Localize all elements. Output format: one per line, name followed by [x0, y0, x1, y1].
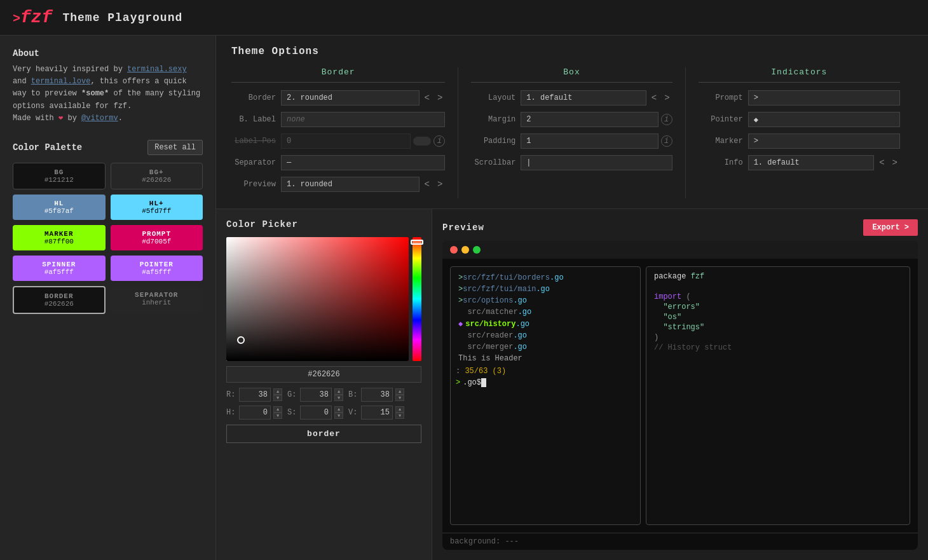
pointer-control — [748, 112, 900, 127]
border-next-btn[interactable]: > — [435, 92, 445, 104]
labelpos-input[interactable] — [281, 133, 411, 149]
export-button[interactable]: Export > — [863, 219, 918, 236]
swatch-marker-value: #87ff00 — [19, 238, 99, 245]
b-up-btn[interactable]: ▲ — [395, 388, 404, 395]
swatch-marker[interactable]: MARKER #87ff00 — [13, 225, 106, 250]
h-input[interactable] — [239, 406, 271, 420]
v-up-btn[interactable]: ▲ — [395, 406, 404, 413]
g-spinner: ▲ ▼ — [334, 388, 343, 401]
color-picker-panel: Color Picker #262626 — [216, 209, 432, 560]
swatch-bg-plus-label: BG+ — [118, 168, 196, 176]
hue-indicator — [411, 240, 423, 245]
fzf-prompt: > .go$ — [456, 378, 635, 387]
swatch-border[interactable]: BORDER #262626 — [13, 286, 106, 314]
blabel-control — [281, 112, 445, 127]
option-labelpos: Label Pos i — [231, 133, 445, 149]
layout-next-btn[interactable]: > — [662, 92, 672, 104]
labelpos-info-icon[interactable]: i — [433, 135, 445, 147]
separator-input[interactable] — [281, 155, 445, 170]
app-title: Theme Playground — [62, 11, 182, 24]
hue-bar[interactable] — [413, 237, 421, 361]
swatch-spinner[interactable]: SPINNER #af5fff — [13, 256, 106, 281]
terminal-window: >src/fzf/tui/borders.go >src/fzf/tui/mai… — [442, 241, 918, 550]
preview-input[interactable] — [281, 177, 420, 192]
v-down-btn[interactable]: ▼ — [395, 413, 404, 419]
preview-control: < > — [281, 177, 445, 192]
h-down-btn[interactable]: ▼ — [273, 413, 282, 419]
r-input[interactable] — [239, 388, 271, 402]
preview-prev-btn[interactable]: < — [422, 178, 432, 191]
b-spinner: ▲ ▼ — [395, 388, 404, 401]
margin-input[interactable] — [521, 112, 658, 127]
option-border: Border < > — [231, 90, 445, 106]
picker-target-label: border — [226, 425, 421, 443]
reset-all-button[interactable]: Reset all — [147, 140, 203, 155]
option-blabel: B. Label — [231, 112, 445, 127]
r-down-btn[interactable]: ▼ — [273, 395, 282, 401]
swatch-pointer[interactable]: POINTER #af5fff — [111, 256, 203, 281]
gradient-box[interactable] — [226, 237, 409, 361]
hex-input[interactable]: #262626 — [226, 366, 421, 383]
info-label: Info — [699, 158, 743, 167]
margin-info-icon[interactable]: i — [661, 114, 672, 125]
picker-title: Color Picker — [226, 219, 421, 229]
hsv-row: H: ▲ ▼ S: ▲ ▼ — [226, 406, 421, 420]
option-layout: Layout < > — [471, 90, 672, 106]
border-input[interactable] — [281, 90, 420, 106]
swatch-prompt-label: PROMPT — [117, 230, 197, 238]
info-prev-btn[interactable]: < — [877, 156, 887, 169]
swatch-bg[interactable]: BG #121212 — [13, 163, 106, 189]
layout-prev-btn[interactable]: < — [649, 92, 659, 104]
fzf-list: >src/fzf/tui/borders.go >src/fzf/tui/mai… — [450, 266, 641, 525]
preview-next-btn[interactable]: > — [435, 178, 445, 191]
border-prev-btn[interactable]: < — [422, 92, 432, 104]
layout-input[interactable] — [521, 90, 646, 106]
code-line: "os" — [654, 313, 902, 322]
prompt-input[interactable] — [748, 90, 900, 106]
s-spinner: ▲ ▼ — [334, 406, 343, 419]
s-up-btn[interactable]: ▲ — [334, 406, 343, 413]
h-label: H: — [226, 408, 236, 417]
code-line: package fzf — [654, 272, 902, 281]
terminal-sexy-link[interactable]: terminal.sexy — [127, 65, 187, 74]
code-line: "errors" — [654, 303, 902, 311]
s-input[interactable] — [300, 406, 332, 420]
b-input[interactable] — [361, 388, 393, 402]
info-input[interactable] — [748, 155, 875, 170]
labelpos-control: i — [281, 133, 445, 149]
pointer-input[interactable] — [748, 112, 900, 127]
g-up-btn[interactable]: ▲ — [334, 388, 343, 395]
g-label: G: — [287, 390, 297, 399]
padding-info-icon[interactable]: i — [661, 135, 672, 147]
swatch-hl-label: HL — [19, 200, 99, 207]
h-channel: H: ▲ ▼ — [226, 406, 282, 420]
col-indicators-header: Indicators — [699, 67, 900, 83]
swatch-prompt[interactable]: PROMPT #d7005f — [111, 225, 203, 250]
labelpos-toggle — [413, 137, 431, 146]
b-down-btn[interactable]: ▼ — [395, 395, 404, 401]
scrollbar-input[interactable] — [521, 155, 672, 170]
padding-input[interactable] — [521, 133, 658, 149]
g-input[interactable] — [300, 388, 332, 402]
s-down-btn[interactable]: ▼ — [334, 413, 343, 419]
terminal-footer: background: --- — [442, 533, 918, 550]
v-input[interactable] — [361, 406, 393, 420]
options-col-indicators: Indicators Prompt Pointer — [686, 67, 913, 198]
swatch-hl-plus[interactable]: HL+ #5fd7ff — [111, 195, 203, 220]
marker-input[interactable] — [748, 133, 900, 149]
swatch-separator[interactable]: SEPARATOR inherit — [111, 286, 203, 314]
b-channel: B: ▲ ▼ — [348, 388, 404, 402]
g-down-btn[interactable]: ▼ — [334, 395, 343, 401]
swatch-hl[interactable]: HL #5f87af — [13, 195, 106, 220]
swatch-hl-plus-label: HL+ — [117, 200, 197, 207]
swatch-prompt-value: #d7005f — [117, 238, 197, 245]
option-info: Info < > — [699, 155, 900, 170]
author-link[interactable]: @vitormv — [81, 114, 118, 123]
r-up-btn[interactable]: ▲ — [273, 388, 282, 395]
blabel-input[interactable] — [281, 112, 445, 127]
terminal-love-link[interactable]: terminal.love — [31, 77, 91, 86]
info-next-btn[interactable]: > — [890, 156, 900, 169]
swatch-bg-plus[interactable]: BG+ #262626 — [111, 163, 203, 189]
h-up-btn[interactable]: ▲ — [273, 406, 282, 413]
col-border-header: Border — [231, 67, 445, 83]
